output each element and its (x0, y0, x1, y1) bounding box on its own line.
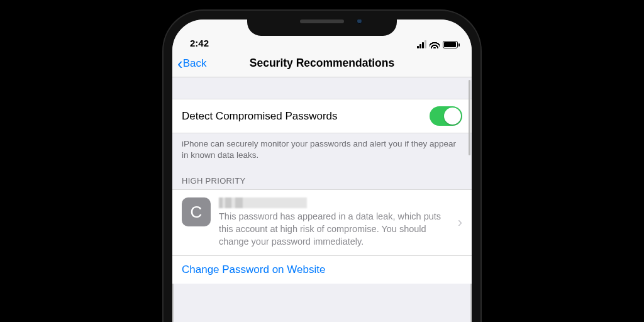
wifi-icon (430, 41, 440, 48)
detect-compromised-footer: iPhone can securely monitor your passwor… (172, 133, 472, 165)
front-camera (357, 18, 362, 24)
section-header-high-priority: HIGH PRIORITY (172, 165, 472, 189)
content-area: Detect Compromised Passwords iPhone can … (172, 77, 472, 284)
site-avatar: C (182, 197, 211, 226)
password-item-subtitle: This password has appeared in a data lea… (219, 211, 447, 248)
detect-compromised-row[interactable]: Detect Compromised Passwords (172, 99, 472, 133)
notch (247, 11, 397, 36)
chevron-right-icon: › (455, 214, 462, 231)
page-title: Security Recommendations (172, 57, 472, 70)
detect-compromised-label: Detect Compromised Passwords (182, 110, 338, 123)
speaker-grille (300, 19, 344, 23)
back-label: Back (183, 57, 207, 70)
change-password-link[interactable]: Change Password on Website (172, 255, 472, 284)
phone-frame: 2:42 ‹ Back Security Recommendations Det… (164, 11, 480, 322)
navigation-bar: ‹ Back Security Recommendations (172, 50, 472, 77)
status-time: 2:42 (190, 38, 209, 48)
cellular-signal-icon (417, 40, 426, 48)
detect-compromised-toggle[interactable] (430, 106, 462, 126)
back-button[interactable]: ‹ Back (172, 55, 206, 72)
password-item[interactable]: C This password has appeared in a data l… (172, 189, 472, 255)
site-name-redacted (219, 197, 307, 208)
scroll-indicator (469, 80, 470, 155)
chevron-left-icon: ‹ (177, 55, 183, 72)
battery-icon (443, 41, 458, 48)
